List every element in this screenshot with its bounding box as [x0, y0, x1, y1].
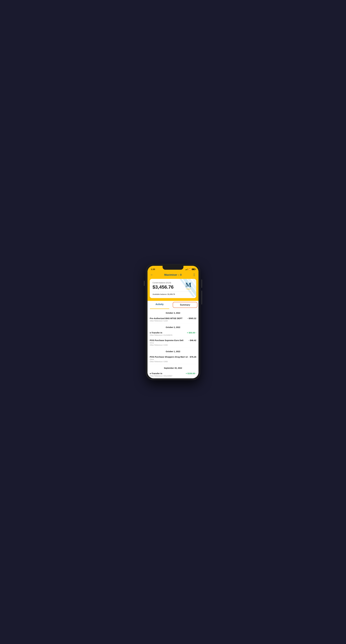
chevron-right-icon: › — [196, 372, 196, 374]
tx-ref: Other Reference # 012345678 — [150, 334, 187, 336]
transaction-item[interactable]: Pre-Authorized BNS MTGE DEPT Other Refer… — [150, 316, 196, 324]
chevron-right-icon: › — [196, 332, 196, 334]
status-icons: 📶 — [186, 268, 195, 270]
tx-amount-container: - $76.26 — [189, 356, 196, 358]
tx-amount-container: - $565.32 — [188, 317, 196, 320]
signal-icon — [186, 268, 188, 270]
tx-details: e-Transfer In Other Reference # 01234567… — [150, 332, 187, 336]
tx-amount-container: + $150.00 › — [186, 372, 196, 374]
app-header: ← Maximiser – 0 ⋮ — [147, 272, 199, 279]
more-button[interactable]: ⋮ — [193, 273, 196, 277]
status-time: 1:20 — [151, 268, 155, 270]
tx-amount: + $50.00 — [187, 332, 195, 334]
balance-section: Current balance (0123) $3,456.76 Availab… — [147, 279, 199, 301]
balance-card: Current balance (0123) $3,456.76 Availab… — [150, 279, 196, 298]
tx-name: Pre-Authorized BNS MTGE DEPT — [150, 317, 188, 320]
tx-ref: Other Reference # 3456 — [150, 361, 189, 362]
tab-summary[interactable]: Summary — [173, 302, 197, 308]
logo-smile — [186, 288, 191, 289]
tx-amount: - $46.42 — [189, 339, 196, 342]
tx-ref: Other Reference # 1234 — [150, 320, 188, 322]
power-button — [201, 280, 202, 288]
volume-button — [144, 281, 145, 286]
tab-activity[interactable]: Activity — [147, 301, 171, 309]
phone-screen: 1:20 📶 ← Maximiser – 0 ⋮ Current balance… — [147, 266, 199, 378]
date-header-sep30: September 30, 2022 — [150, 364, 196, 371]
tx-details: e-Transfer In Other Reference # 00123456… — [150, 372, 186, 377]
silent-button — [201, 290, 202, 304]
tx-name: e-Transfer In — [150, 332, 187, 334]
page-title: Maximiser – 0 — [164, 273, 182, 276]
transactions-list: October 3, 2022 Pre-Authorized BNS MTGE … — [147, 309, 199, 378]
wifi-icon: 📶 — [189, 268, 191, 270]
tx-details: POS Purchase Shoppers Drug Mart 12 Onca … — [150, 356, 189, 362]
transaction-item[interactable]: POS Purchase Supreme Euro Deli Onca Othe… — [150, 338, 196, 348]
tx-amount: - $76.26 — [189, 356, 196, 358]
tx-ref: Other Reference # 001234567 — [150, 375, 186, 377]
tx-sub: Onca — [150, 342, 189, 344]
phone-frame: 1:20 📶 ← Maximiser – 0 ⋮ Current balance… — [146, 264, 200, 380]
logo-letter: M — [186, 282, 191, 288]
notch — [162, 266, 184, 270]
tx-name: POS Purchase Shoppers Drug Mart 12 — [150, 356, 189, 358]
tx-amount-container: - $46.42 — [189, 339, 196, 342]
tx-ref: Other Reference # 2345 — [150, 344, 189, 346]
card-decoration: M — [177, 279, 196, 298]
bank-logo: M — [184, 281, 193, 290]
tx-name: POS Purchase Supreme Euro Deli — [150, 339, 189, 342]
battery-fill — [192, 269, 194, 270]
date-header-oct2: October 2, 2022 — [150, 324, 196, 330]
back-button[interactable]: ← — [150, 273, 153, 277]
transaction-item[interactable]: POS Purchase Shoppers Drug Mart 12 Onca … — [150, 354, 196, 364]
tabs-container: Activity Summary — [147, 301, 199, 309]
date-header-oct3: October 3, 2022 — [150, 309, 196, 316]
tx-amount: - $565.32 — [188, 317, 196, 320]
battery-icon — [192, 268, 195, 270]
tx-amount: + $150.00 — [186, 372, 195, 374]
tx-details: Pre-Authorized BNS MTGE DEPT Other Refer… — [150, 317, 188, 322]
tx-amount-container: + $50.00 › — [187, 332, 196, 334]
transaction-item[interactable]: e-Transfer In Other Reference # 00123456… — [150, 371, 196, 378]
tx-name: e-Transfer In — [150, 372, 186, 374]
tx-sub: Onca — [150, 358, 189, 360]
tx-details: POS Purchase Supreme Euro Deli Onca Othe… — [150, 339, 189, 346]
transaction-item[interactable]: e-Transfer In Other Reference # 01234567… — [150, 330, 196, 338]
date-header-oct1: October 1, 2022 — [150, 348, 196, 354]
